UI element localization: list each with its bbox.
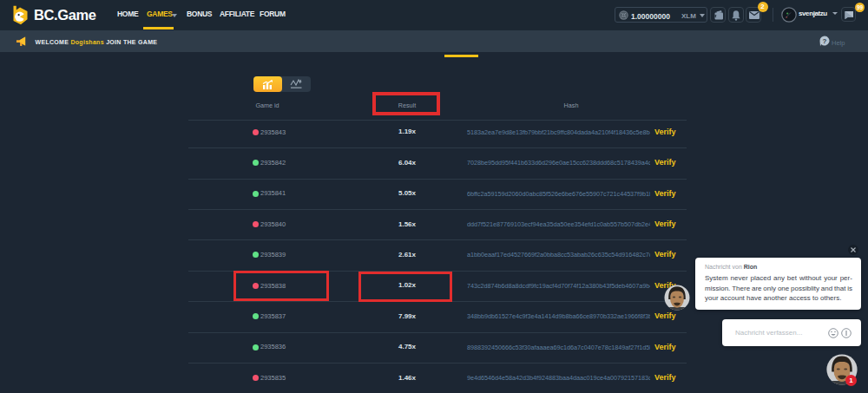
svg-text:?: ? [822,37,826,45]
